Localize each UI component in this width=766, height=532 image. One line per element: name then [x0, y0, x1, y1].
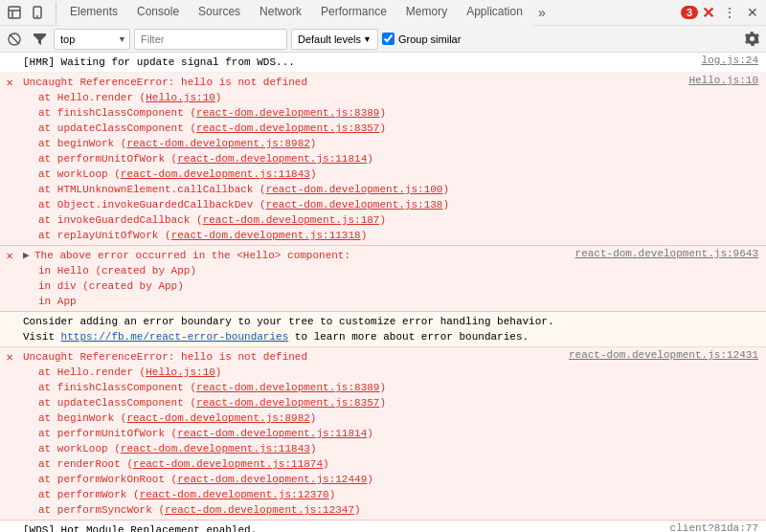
- error-3-link-4[interactable]: react-dom.development.js:8982: [126, 412, 309, 424]
- error-count-badge: 3: [681, 6, 698, 19]
- warn-text-1: Consider adding an error boundary to you…: [23, 316, 554, 327]
- error-3-link-6[interactable]: react-dom.development.js:11843: [121, 443, 310, 454]
- error-block-3-header: ✕ Uncaught ReferenceError: hello is not …: [0, 347, 766, 520]
- error-1-link-7[interactable]: react-dom.development.js:100: [266, 184, 443, 195]
- more-tabs-button[interactable]: »: [532, 0, 552, 26]
- warn-row: Consider adding an error boundary to you…: [0, 312, 766, 346]
- console-toolbar: top ▼ Default levels ▼ Group similar: [0, 26, 766, 53]
- more-options-button[interactable]: ⋮: [720, 3, 739, 22]
- svg-rect-0: [9, 7, 20, 18]
- error-icon-1: ✕: [0, 74, 19, 90]
- error-block-2: ✕ ▶The above error occurred in the <Hell…: [0, 246, 766, 312]
- wds-source[interactable]: client?81da:77: [666, 521, 766, 532]
- error-3-source[interactable]: react-dom.development.js:12431: [565, 348, 766, 362]
- error-block-2-header: ✕ ▶The above error occurred in the <Hell…: [0, 246, 766, 311]
- context-selector-wrapper[interactable]: top ▼: [54, 29, 130, 50]
- error-1-link-2[interactable]: react-dom.development.js:8389: [196, 107, 379, 119]
- error-1-link-5[interactable]: react-dom.development.js:11814: [177, 153, 367, 165]
- error-block-3: ✕ Uncaught ReferenceError: hello is not …: [0, 347, 766, 521]
- error-2-source[interactable]: react-dom.development.js:9643: [572, 247, 766, 260]
- error-icon-2: ✕: [0, 247, 19, 263]
- hmr-source[interactable]: log.js:24: [698, 54, 766, 67]
- error-x-icon: ✕: [702, 4, 714, 22]
- tab-performance[interactable]: Performance: [311, 0, 396, 26]
- tab-application[interactable]: Application: [457, 0, 532, 26]
- collapse-triangle-2[interactable]: ▶: [23, 248, 34, 263]
- console-row-wds: [WDS] Hot Module Replacement enabled. cl…: [0, 521, 766, 532]
- error-1-link-6[interactable]: react-dom.development.js:11843: [121, 168, 310, 180]
- tab-console[interactable]: Console: [127, 0, 189, 26]
- error-3-link-5[interactable]: react-dom.development.js:11814: [177, 428, 367, 439]
- devtools-icons: [4, 2, 56, 23]
- error-3-link-7[interactable]: react-dom.development.js:11874: [133, 458, 323, 470]
- tab-right-controls: 3 ✕ ⋮ ✕: [681, 3, 766, 22]
- context-selector[interactable]: top: [54, 29, 130, 50]
- error-2-title: ▶The above error occurred in the <Hello>…: [23, 250, 350, 261]
- error-1-link-9[interactable]: react-dom.development.js:187: [203, 214, 380, 226]
- hmr-message: [HMR] Waiting for update signal from WDS…: [19, 54, 698, 71]
- tab-memory[interactable]: Memory: [396, 0, 457, 26]
- error-block-1: ✕ Uncaught ReferenceError: hello is not …: [0, 73, 766, 246]
- error-1-link-3[interactable]: react-dom.development.js:8357: [196, 122, 379, 134]
- error-3-title: Uncaught ReferenceError: hello is not de…: [23, 351, 307, 363]
- info-icon: [0, 54, 19, 55]
- wds-message: [WDS] Hot Module Replacement enabled.: [19, 521, 666, 532]
- clear-console-button[interactable]: [4, 29, 25, 50]
- error-3-link-10[interactable]: react-dom.development.js:12347: [165, 504, 354, 516]
- error-3-link-2[interactable]: react-dom.development.js:8389: [196, 382, 379, 393]
- error-block-1-header: ✕ Uncaught ReferenceError: hello is not …: [0, 73, 766, 245]
- tab-elements[interactable]: Elements: [60, 0, 127, 26]
- wds-icon: [0, 521, 19, 523]
- error-3-link-3[interactable]: react-dom.development.js:8357: [196, 397, 379, 409]
- svg-line-6: [10, 34, 19, 44]
- filter-icon-button[interactable]: [29, 29, 50, 50]
- error-1-link-8[interactable]: react-dom.development.js:138: [266, 199, 443, 211]
- tab-sources[interactable]: Sources: [189, 0, 250, 26]
- error-3-link-8[interactable]: react-dom.development.js:12449: [177, 474, 367, 485]
- error-boundary-link[interactable]: https://fb.me/react-error-boundaries: [61, 331, 289, 343]
- warn-text-2: Visit https://fb.me/react-error-boundari…: [23, 331, 529, 343]
- console-row-hmr: [HMR] Waiting for update signal from WDS…: [0, 53, 766, 73]
- error-1-link-4[interactable]: react-dom.development.js:8982: [126, 138, 309, 149]
- tab-network[interactable]: Network: [250, 0, 311, 26]
- console-output: [HMR] Waiting for update signal from WDS…: [0, 53, 766, 532]
- filter-input[interactable]: [134, 29, 287, 50]
- error-1-link-1[interactable]: Hello.js:10: [146, 92, 215, 103]
- error-1-source[interactable]: Hello.js:10: [685, 74, 766, 87]
- group-similar-label[interactable]: Group similar: [382, 33, 461, 45]
- error-icon-3: ✕: [0, 348, 19, 365]
- warn-source: [755, 313, 766, 315]
- error-1-link-10[interactable]: react-dom.development.js:11318: [171, 230, 361, 241]
- group-similar-checkbox[interactable]: [382, 33, 394, 45]
- inspect-icon[interactable]: [4, 2, 25, 23]
- log-levels-button[interactable]: Default levels ▼: [291, 29, 378, 50]
- close-devtools-button[interactable]: ✕: [743, 3, 762, 22]
- warn-icon: [0, 313, 19, 315]
- error-3-link-9[interactable]: react-dom.development.js:12370: [140, 489, 329, 500]
- error-3-link-1[interactable]: Hello.js:10: [146, 366, 215, 378]
- tab-bar: Elements Console Sources Network Perform…: [0, 0, 766, 26]
- error-1-title: Uncaught ReferenceError: hello is not de…: [23, 77, 307, 88]
- mobile-icon[interactable]: [27, 2, 48, 23]
- warn-block: Consider adding an error boundary to you…: [0, 312, 766, 347]
- settings-button[interactable]: [741, 29, 762, 50]
